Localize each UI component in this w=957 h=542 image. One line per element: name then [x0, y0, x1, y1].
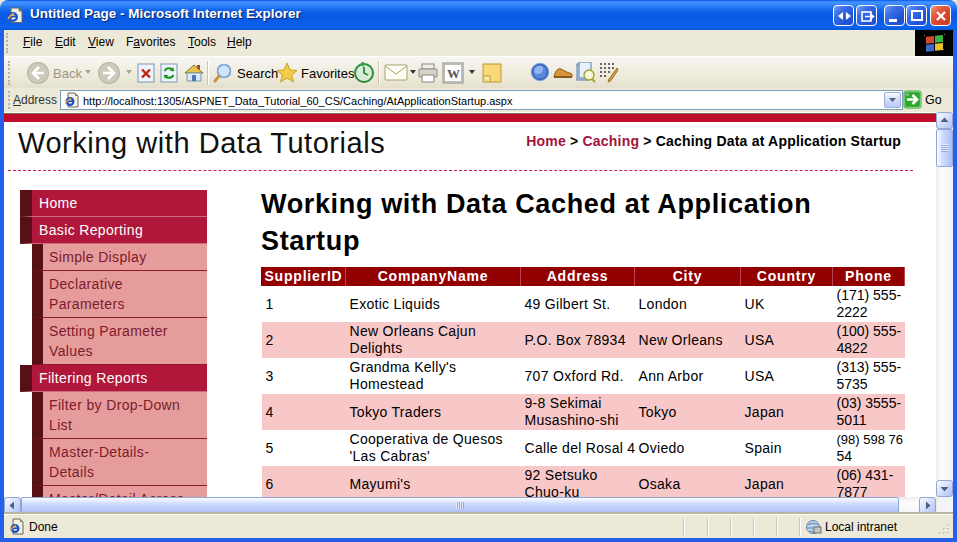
- svg-text:Back: Back: [53, 66, 82, 81]
- svg-text:W: W: [447, 66, 460, 81]
